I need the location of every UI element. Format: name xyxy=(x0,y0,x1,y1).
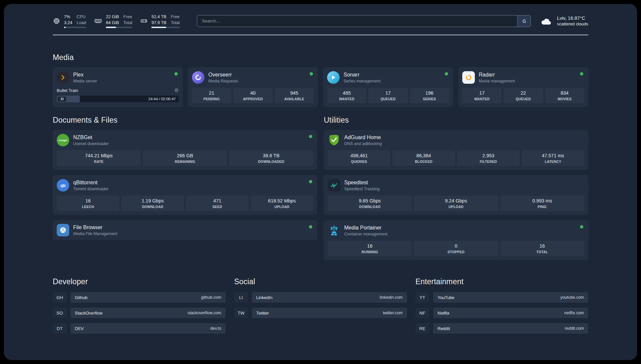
bookmark-abbr: GH xyxy=(53,292,67,303)
stat-tile-available: 945 AVAILABLE xyxy=(275,88,314,103)
qbittorrent-card[interactable]: qb qBittorrent Torrent downloader 16 LEE… xyxy=(53,175,317,215)
entertainment-section-title: Entertainment xyxy=(415,277,588,286)
radarr-card[interactable]: Radarr Movie management 17 WANTED 22 QUE… xyxy=(458,67,588,107)
social-section-title: Social xyxy=(234,277,407,286)
weather-condition: scattered clouds xyxy=(557,21,588,26)
radarr-title: Radarr xyxy=(479,72,515,78)
portainer-title: Media Portainer xyxy=(344,225,387,231)
disk-progress-fill xyxy=(151,27,166,28)
bookmark-link[interactable]: LinkedIn linkedin.com xyxy=(252,292,407,303)
stat-tile-upload: 618.52 Mbps UPLOAD xyxy=(251,196,313,211)
documents-section: Documents & Files nzbget NZBGet Usenet d… xyxy=(53,116,317,260)
nzbget-card[interactable]: nzbget NZBGet Usenet downloader 744.21 M… xyxy=(53,130,317,170)
weather-widget: Lviv, 16.87°C scattered clouds xyxy=(540,15,588,26)
playback-progress-bar[interactable]: 24:44 / 02:06:47 xyxy=(57,96,179,102)
overseerr-subtitle: Media Requests xyxy=(208,79,238,83)
developer-bookmarks: Developer GH Github github.com SO StackO… xyxy=(53,277,226,334)
sonarr-subtitle: Series management xyxy=(344,79,381,83)
disk-total-label: Total xyxy=(171,20,180,26)
bookmark-link[interactable]: Reddit reddit.com xyxy=(433,323,588,334)
speedtest-icon xyxy=(328,179,340,192)
adguard-title: AdGuard Home xyxy=(344,135,382,140)
overseerr-card[interactable]: Overseerr Media Requests 21 PENDING 40 A… xyxy=(188,67,318,107)
bookmark-netflix[interactable]: NF Netflix netflix.com xyxy=(415,308,588,318)
social-bookmarks: Social LI LinkedIn linkedin.com TW Twitt… xyxy=(234,277,407,334)
stat-tile-ping: 0.993 ms PING xyxy=(500,196,584,211)
adguard-card[interactable]: AdGuard Home DNS and adblocking 498,461 … xyxy=(324,130,588,170)
bookmark-link[interactable]: StackOverflow stackoverflow.com xyxy=(71,308,226,318)
bookmark-name: YouTube xyxy=(438,295,454,300)
bookmark-reddit[interactable]: RE Reddit reddit.com xyxy=(415,323,588,334)
speedtest-subtitle: Speedtest Tracking xyxy=(344,187,380,191)
plex-icon xyxy=(57,71,69,84)
bookmark-link[interactable]: Twitter twitter.com xyxy=(252,308,407,318)
bookmark-link[interactable]: DEV dev.to xyxy=(71,323,226,334)
speedtest-card[interactable]: Speedtest Speedtest Tracking 9.65 Gbps D… xyxy=(324,175,588,215)
filebrowser-title: File Browser xyxy=(73,225,117,230)
stat-tile-movies: 834 MOVIES xyxy=(545,88,584,103)
plex-card[interactable]: Plex Media server Bullet Train ⚙ 24:44 /… xyxy=(53,67,183,107)
utilities-section: Utilities AdGuard Home xyxy=(324,116,588,260)
search-engine-button[interactable]: G xyxy=(517,15,531,27)
stat-tile-latency: 47.571 ms LATENCY xyxy=(522,150,584,166)
bookmark-stackoverflow[interactable]: SO StackOverflow stackoverflow.com xyxy=(53,308,226,318)
bookmark-abbr: DT xyxy=(53,323,67,334)
memory-total-value: 64 GiB xyxy=(106,20,119,26)
overseerr-title: Overseerr xyxy=(208,72,238,78)
bookmark-youtube[interactable]: YT YouTube youtube.com xyxy=(415,292,588,303)
disk-free-value: 52.4 TB xyxy=(151,14,166,20)
dashboard: 7% 3.24 CPU Load xyxy=(4,4,637,360)
stat-tile-download: 9.65 Gbps DOWNLOAD xyxy=(328,196,412,211)
bookmark-link[interactable]: Netflix netflix.com xyxy=(433,308,588,318)
plex-title: Plex xyxy=(73,72,97,78)
bookmark-linkedin[interactable]: LI LinkedIn linkedin.com xyxy=(234,292,407,303)
weather-location: Lviv, 16.87°C xyxy=(557,15,588,21)
media-section: Media Plex Media server Bullet Train ⚙ xyxy=(53,53,588,107)
radarr-subtitle: Movie management xyxy=(479,79,515,83)
memory-total-label: Total xyxy=(123,20,132,26)
stat-tile-stopped: 0 STOPPED xyxy=(414,241,498,256)
media-grid: Plex Media server Bullet Train ⚙ 24:44 /… xyxy=(53,67,588,107)
cpu-icon xyxy=(53,17,60,25)
disk-metric-body: 52.4 TB 97.9 TB Free Total xyxy=(151,14,180,28)
bookmark-github[interactable]: GH Github github.com xyxy=(53,292,226,303)
bookmark-link[interactable]: Github github.com xyxy=(71,292,226,303)
sonarr-card[interactable]: Sonarr Series management 485 WANTED 17 Q… xyxy=(323,67,453,107)
stat-tile-remaining: 266 GB REMAINING xyxy=(143,150,227,166)
bookmark-twitter[interactable]: TW Twitter twitter.com xyxy=(234,308,407,318)
stat-tile-queued: 22 QUEUED xyxy=(504,88,543,103)
bookmark-abbr: NF xyxy=(415,308,429,318)
stat-tile-filtered: 2,953 FILTERED xyxy=(457,150,520,166)
bookmark-dev[interactable]: DT DEV dev.to xyxy=(53,323,226,334)
stat-tile-blocked: 86,384 BLOCKED xyxy=(392,150,455,166)
cpu-label: CPU xyxy=(76,14,86,20)
now-playing-title: Bullet Train xyxy=(57,88,78,93)
bookmark-name: Netflix xyxy=(438,311,449,316)
memory-progress-track xyxy=(106,27,132,28)
bookmark-url: reddit.com xyxy=(565,326,584,331)
entertainment-bookmarks: Entertainment YT YouTube youtube.com NF … xyxy=(415,277,588,334)
portainer-card[interactable]: Media Portainer Container management 16 … xyxy=(324,220,588,260)
bookmark-name: Reddit xyxy=(438,326,450,331)
radarr-icon xyxy=(462,71,475,84)
stat-tile-download: 1.19 Gbps DOWNLOAD xyxy=(121,196,184,211)
memory-free-label: Free xyxy=(123,14,132,20)
cpu-widget: 7% 3.24 CPU Load xyxy=(53,14,86,28)
cloud-icon xyxy=(540,17,553,25)
bookmark-link[interactable]: YouTube youtube.com xyxy=(433,292,588,303)
developer-section-title: Developer xyxy=(53,277,226,286)
search-input[interactable] xyxy=(197,15,517,27)
adguard-subtitle: DNS and adblocking xyxy=(344,141,382,146)
search-bar: G xyxy=(197,15,531,27)
pause-button[interactable] xyxy=(58,97,66,102)
stat-tile-downloaded: 39.6 TB DOWNLOADED xyxy=(229,150,313,166)
filebrowser-card[interactable]: File Browser Media File Management xyxy=(53,220,317,240)
bookmark-url: dev.to xyxy=(210,326,221,331)
qbittorrent-subtitle: Torrent downloader xyxy=(73,187,108,191)
dashboard-frame: 7% 3.24 CPU Load xyxy=(0,0,641,364)
stat-tile-running: 16 RUNNING xyxy=(328,241,412,256)
gear-icon[interactable]: ⚙ xyxy=(174,87,179,93)
cpu-progress-fill xyxy=(64,27,66,28)
documents-section-title: Documents & Files xyxy=(53,116,317,125)
cpu-progress-track xyxy=(64,27,86,28)
